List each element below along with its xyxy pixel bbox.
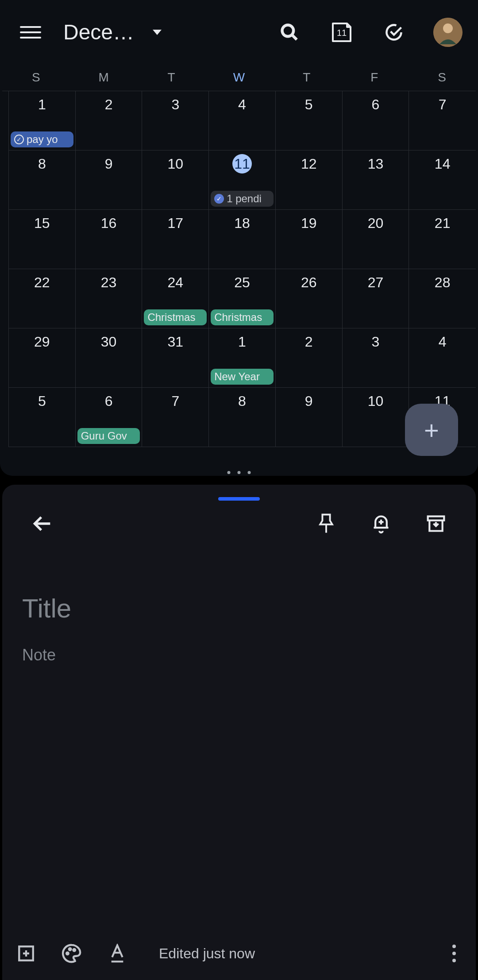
calendar-day-cell[interactable]: 12 bbox=[276, 150, 343, 210]
event-chip[interactable]: Guru Gov bbox=[77, 428, 140, 444]
add-attachment-button[interactable] bbox=[15, 943, 37, 964]
day-number: 1 bbox=[38, 95, 46, 114]
today-button[interactable]: 11 bbox=[328, 19, 355, 46]
calendar-day-cell[interactable]: 15 bbox=[9, 210, 76, 269]
note-title-input[interactable] bbox=[22, 593, 456, 624]
event-chip[interactable]: ✓pay yo bbox=[11, 131, 73, 147]
month-dropdown-label[interactable]: Dece… bbox=[63, 20, 134, 44]
more-options-button[interactable] bbox=[452, 945, 456, 962]
calendar-day-cell[interactable]: 14 bbox=[409, 150, 476, 210]
search-button[interactable] bbox=[276, 19, 303, 46]
event-chip[interactable]: Christmas bbox=[144, 309, 207, 325]
back-button[interactable] bbox=[30, 512, 54, 536]
event-chip[interactable]: New Year bbox=[211, 369, 274, 385]
event-chip[interactable]: Christmas bbox=[211, 309, 274, 325]
text-format-icon bbox=[108, 944, 126, 963]
event-chip-label: Guru Gov bbox=[81, 430, 127, 442]
pin-button[interactable] bbox=[314, 512, 338, 536]
calendar-day-cell[interactable]: 11✓1 pendi bbox=[209, 150, 276, 210]
calendar-day-cell[interactable]: 9 bbox=[276, 388, 343, 447]
calendar-day-cell[interactable]: 1✓pay yo bbox=[9, 91, 76, 150]
weekday-header-row: SMTWTFS bbox=[0, 64, 478, 91]
day-number: 4 bbox=[439, 332, 447, 351]
notes-drag-handle[interactable] bbox=[218, 497, 260, 501]
reminder-button[interactable] bbox=[369, 512, 393, 536]
day-number: 31 bbox=[167, 332, 183, 351]
event-chip-label: Christmas bbox=[214, 311, 262, 324]
pending-dot-icon: ✓ bbox=[214, 194, 224, 204]
calendar-day-cell[interactable]: 5 bbox=[276, 91, 343, 150]
archive-button[interactable] bbox=[424, 512, 448, 536]
calendar-day-cell[interactable]: 2 bbox=[76, 91, 143, 150]
calendar-day-cell[interactable]: 16 bbox=[76, 210, 143, 269]
calendar-day-cell[interactable]: 1New Year bbox=[209, 328, 276, 388]
account-avatar[interactable] bbox=[433, 18, 463, 47]
svg-point-14 bbox=[66, 953, 69, 955]
calendar-day-cell[interactable]: 27 bbox=[343, 269, 409, 328]
arrow-left-icon bbox=[32, 514, 52, 533]
calendar-day-cell[interactable]: 3 bbox=[343, 328, 409, 388]
calendar-day-cell[interactable]: 7 bbox=[409, 91, 476, 150]
day-number: 10 bbox=[167, 154, 183, 174]
menu-button[interactable] bbox=[20, 22, 41, 43]
calendar-day-cell[interactable]: 6Guru Gov bbox=[76, 388, 143, 447]
note-body-input[interactable] bbox=[22, 646, 456, 664]
tasks-button[interactable] bbox=[380, 19, 408, 46]
calendar-day-cell[interactable]: 13 bbox=[343, 150, 409, 210]
svg-point-15 bbox=[69, 948, 71, 950]
create-event-fab[interactable]: + bbox=[405, 404, 458, 456]
calendar-day-cell[interactable]: 8 bbox=[9, 150, 76, 210]
search-icon bbox=[280, 23, 299, 42]
calendar-day-cell[interactable]: 26 bbox=[276, 269, 343, 328]
calendar-day-cell[interactable]: 6 bbox=[343, 91, 409, 150]
day-number: 16 bbox=[101, 213, 117, 233]
calendar-day-cell[interactable]: 28 bbox=[409, 269, 476, 328]
calendar-day-cell[interactable]: 10 bbox=[142, 150, 209, 210]
plus-icon: + bbox=[424, 415, 439, 445]
calendar-day-cell[interactable]: 9 bbox=[76, 150, 143, 210]
calendar-day-cell[interactable]: 10 bbox=[343, 388, 409, 447]
calendar-day-cell[interactable]: 8 bbox=[209, 388, 276, 447]
svg-rect-9 bbox=[428, 516, 444, 520]
calendar-day-cell[interactable]: 29 bbox=[9, 328, 76, 388]
weekday-label: M bbox=[70, 70, 138, 85]
day-number: 15 bbox=[34, 213, 50, 233]
day-number: 14 bbox=[435, 154, 451, 174]
calendar-day-cell[interactable]: 4 bbox=[409, 328, 476, 388]
day-number: 4 bbox=[238, 95, 246, 114]
day-number: 29 bbox=[34, 332, 50, 351]
bell-plus-icon bbox=[371, 512, 391, 535]
day-number: 27 bbox=[368, 273, 384, 292]
calendar-day-cell[interactable]: 17 bbox=[142, 210, 209, 269]
week-gutter bbox=[2, 328, 9, 388]
event-chip-label: pay yo bbox=[27, 133, 58, 146]
calendar-day-cell[interactable]: 20 bbox=[343, 210, 409, 269]
svg-point-4 bbox=[443, 23, 453, 33]
calendar-day-cell[interactable]: 23 bbox=[76, 269, 143, 328]
day-number: 20 bbox=[368, 213, 384, 233]
calendar-day-cell[interactable]: 25Christmas bbox=[209, 269, 276, 328]
calendar-day-cell[interactable]: 2 bbox=[276, 328, 343, 388]
svg-point-0 bbox=[282, 25, 294, 36]
calendar-day-cell[interactable]: 3 bbox=[142, 91, 209, 150]
calendar-day-cell[interactable]: 7 bbox=[142, 388, 209, 447]
calendar-day-cell[interactable]: 5 bbox=[9, 388, 76, 447]
day-number: 18 bbox=[234, 213, 250, 233]
text-format-button[interactable] bbox=[107, 943, 128, 964]
calendar-header: Dece… 11 bbox=[0, 0, 478, 64]
avatar-icon bbox=[433, 18, 463, 47]
calendar-day-cell[interactable]: 31 bbox=[142, 328, 209, 388]
calendar-day-cell[interactable]: 19 bbox=[276, 210, 343, 269]
color-palette-button[interactable] bbox=[61, 943, 82, 964]
day-number: 2 bbox=[105, 95, 113, 114]
calendar-day-cell[interactable]: 21 bbox=[409, 210, 476, 269]
chevron-down-icon[interactable] bbox=[153, 30, 162, 35]
calendar-day-cell[interactable]: 24Christmas bbox=[142, 269, 209, 328]
calendar-day-cell[interactable]: 18 bbox=[209, 210, 276, 269]
calendar-day-cell[interactable]: 4 bbox=[209, 91, 276, 150]
calendar-day-cell[interactable]: 30 bbox=[76, 328, 143, 388]
day-number: 2 bbox=[305, 332, 313, 351]
calendar-day-cell[interactable]: 22 bbox=[9, 269, 76, 328]
week-gutter bbox=[2, 150, 9, 210]
event-chip[interactable]: ✓1 pendi bbox=[211, 191, 274, 207]
